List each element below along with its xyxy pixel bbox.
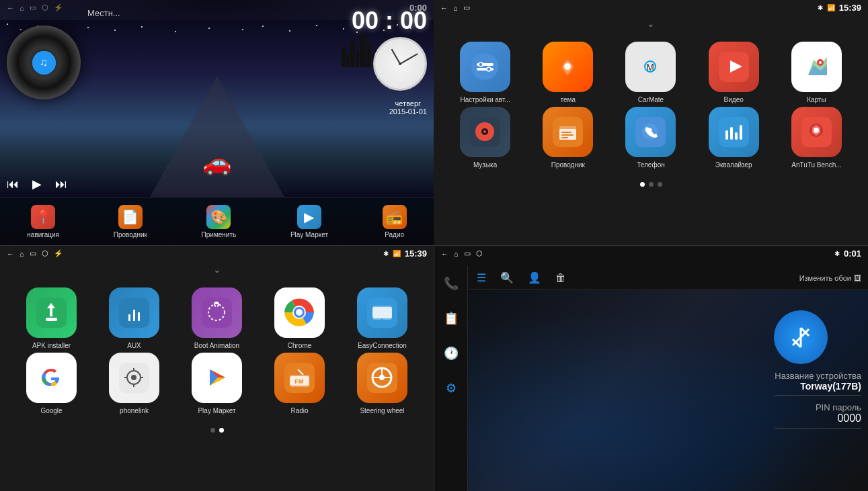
page-dot-b2 <box>219 428 224 433</box>
app-icon-apk <box>26 287 77 338</box>
nav-apply[interactable]: 🎨 Применить <box>202 205 237 238</box>
app-explorer[interactable]: Проводник <box>530 107 606 169</box>
app-phonelink[interactable]: phonelink <box>96 353 172 414</box>
app-easy-connection[interactable]: EasyConnection <box>344 287 420 349</box>
nav-play-market[interactable]: ▶ Play Маркет <box>290 205 328 238</box>
page-dot-1 <box>640 182 645 187</box>
music-bottom-nav: 📍 навигация 📄 Проводник 🎨 Применить ▶ Pl… <box>0 197 434 245</box>
home-icon-4[interactable]: ⌂ <box>454 250 459 258</box>
svg-rect-49 <box>372 307 392 318</box>
app-icon-video <box>709 42 759 92</box>
chevron-down-top[interactable]: ⌄ <box>434 15 868 32</box>
app-label-steering: Steering wheel <box>360 407 404 414</box>
windows-icon-2[interactable]: ▭ <box>463 3 470 12</box>
bt-list-button[interactable]: ☰ <box>475 269 488 286</box>
svg-rect-22 <box>561 134 574 136</box>
app-music[interactable]: Музыка <box>447 107 523 169</box>
app-theme[interactable]: тема <box>530 42 606 103</box>
app-grid-top-row2: Музыка Проводник Телефон Эквалайзер AnTu… <box>434 103 868 179</box>
windows-icon-3[interactable]: ▭ <box>30 249 36 258</box>
back-icon-4[interactable]: ← <box>441 250 448 258</box>
app-apk[interactable]: APK installer <box>13 287 89 349</box>
app-icon-boot <box>192 287 242 338</box>
bt-wallpaper-button[interactable]: Изменить обои 🖼 <box>799 274 861 282</box>
bt-sidebar-phone[interactable]: 📞 <box>440 273 462 294</box>
bt-time: 0:01 <box>844 249 861 259</box>
app-play-market[interactable]: Play Маркет <box>179 353 255 414</box>
app-steering[interactable]: Steering wheel <box>344 353 420 414</box>
app-antutu[interactable]: AnTuTu Bench... <box>779 107 855 169</box>
app-google[interactable]: Google <box>13 353 89 414</box>
bt-right-icons: ✱ 0:01 <box>834 249 861 259</box>
app-icon-phonelink <box>109 353 159 403</box>
prev-button[interactable]: ⏮ <box>7 177 19 191</box>
bt-search-button[interactable]: 🔍 <box>498 269 516 286</box>
apps-top-left-icons: ← ⌂ ▭ <box>440 3 470 12</box>
apps-top-right-icons: ✱ 📶 15:39 <box>818 3 861 13</box>
bt-sidebar-settings[interactable]: ⚙ <box>442 377 460 399</box>
app-icon-files <box>543 107 593 157</box>
bt-sidebar-contacts[interactable]: 📋 <box>440 308 462 329</box>
app-icon-music <box>460 107 510 157</box>
chevron-down-bottom[interactable]: ⌄ <box>0 261 434 277</box>
svg-rect-27 <box>725 130 728 140</box>
app-icon-maps <box>791 42 842 92</box>
bluetooth-panel: ← ⌂ ▭ ⬡ ✱ 0:01 📞 📋 🕐 ⚙ ☰ 🔍 👤 🗑 Изменить … <box>434 245 868 491</box>
app-settings-auto[interactable]: Настройки авт... <box>447 42 523 103</box>
app-boot-animation[interactable]: Boot Animation <box>179 287 255 349</box>
bt-sidebar-history[interactable]: 🕐 <box>440 343 462 364</box>
app-maps[interactable]: Карты <box>779 42 855 103</box>
svg-rect-23 <box>561 137 568 138</box>
app-phone[interactable]: Телефон <box>613 107 688 169</box>
nav-radio[interactable]: 📻 Радио <box>383 205 407 238</box>
app-label-boot: Boot Animation <box>194 342 239 349</box>
app-label-chrome: Chrome <box>288 342 312 349</box>
home-icon-3[interactable]: ⌂ <box>19 250 24 258</box>
bt-sidebar: 📞 📋 🕐 ⚙ <box>434 266 468 491</box>
home-icon-2[interactable]: ⌂ <box>453 4 458 12</box>
back-icon-3[interactable]: ← <box>7 250 14 258</box>
page-dot-2 <box>649 182 654 187</box>
svg-rect-37 <box>128 314 130 321</box>
bt-status-bar: ← ⌂ ▭ ⬡ ✱ 0:01 <box>434 246 868 261</box>
app-equalizer[interactable]: Эквалайзер <box>696 107 772 169</box>
nav-icon-files: 📄 <box>118 205 143 229</box>
app-label-phonelink: phonelink <box>120 407 149 414</box>
play-button[interactable]: ▶ <box>32 177 42 191</box>
music-player-panel: ← ⌂ ▭ ⬡ ⚡ 0:00 🚗 ♫ Местн. <box>0 0 434 245</box>
app-icon-chrome <box>274 287 325 338</box>
svg-point-5 <box>564 63 571 70</box>
back-icon-2[interactable]: ← <box>440 4 448 12</box>
svg-rect-21 <box>561 132 571 133</box>
app-icon-antutu <box>791 107 842 157</box>
windows-icon-4[interactable]: ▭ <box>464 249 471 258</box>
clock-day: четверг <box>389 99 427 107</box>
app-icon-phone <box>625 107 676 157</box>
svg-text:FM: FM <box>295 378 304 385</box>
clock-date: четверг 2015-01-01 <box>389 99 427 116</box>
clock-center-dot <box>399 62 401 65</box>
svg-point-4 <box>487 67 491 71</box>
svg-rect-28 <box>730 127 733 140</box>
app-carmate[interactable]: M CarMate <box>613 42 688 103</box>
svg-point-0 <box>471 53 498 80</box>
apps-panel-top: ← ⌂ ▭ ✱ 📶 15:39 ⌄ Настройки авт... тема … <box>434 0 868 245</box>
app-radio[interactable]: FM Radio <box>262 353 338 414</box>
bt-device-name-value: Torway(177B) <box>775 381 861 396</box>
nav-files-label: Проводник <box>114 231 147 238</box>
clock-face <box>373 37 427 91</box>
clock-hand-min <box>400 53 418 64</box>
app-label-music: Музыка <box>473 161 497 169</box>
nav-files[interactable]: 📄 Проводник <box>114 205 147 238</box>
bt-add-button[interactable]: 👤 <box>526 269 543 286</box>
app-icon-google <box>26 353 77 403</box>
next-button[interactable]: ⏭ <box>55 177 67 191</box>
app-aux[interactable]: AUX <box>96 287 172 349</box>
nav-navigation[interactable]: 📍 навигация <box>27 205 59 238</box>
bt-delete-button[interactable]: 🗑 <box>553 270 568 286</box>
app-label-apk: APK installer <box>32 342 71 349</box>
app-chrome[interactable]: Chrome <box>262 287 338 349</box>
app-video[interactable]: Видео <box>696 42 772 103</box>
app-icon-easy <box>357 287 407 338</box>
app-icon-steering <box>357 353 407 403</box>
